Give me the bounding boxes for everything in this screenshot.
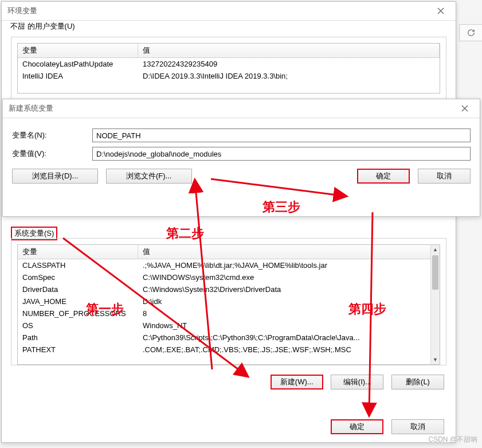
table-row[interactable]: NUMBER_OF_PROCESSORS8 [18, 307, 430, 320]
env-dialog-buttons: 确定 取消 [325, 419, 444, 434]
sys-vars-buttons: 新建(W)... 编辑(I)... 删除(L) [265, 375, 444, 389]
sys-vars-table[interactable]: 变量 值 CLASSPATH.;%JAVA_HOME%\lib\dt.jar;%… [17, 244, 440, 365]
new-sysvar-titlebar: 新建系统变量 [3, 99, 480, 118]
refresh-button-background[interactable] [459, 24, 482, 41]
table-row[interactable]: PathC:\Python39\Scripts\;C:\Python39\;C:… [18, 332, 430, 344]
sys-vars-rows: CLASSPATH.;%JAVA_HOME%\lib\dt.jar;%JAVA_… [18, 259, 440, 356]
scrollbar[interactable]: ▲ ▼ [430, 245, 440, 364]
new-sysvar-dialog: 新建系统变量 变量名(N): 变量值(V): 浏览目录(D)... 浏览文件(F… [2, 99, 480, 217]
var-name-row: 变量名(N): [12, 128, 471, 142]
user-vars-rows: ChocolateyLastPathUpdate 132720224329235… [18, 58, 440, 82]
new-button[interactable]: 新建(W)... [271, 375, 323, 389]
table-row[interactable]: PATHEXT.COM;.EXE;.BAT;.CMD;.VBS;.VBE;.JS… [18, 344, 430, 356]
env-vars-dialog: 环境变量 不甜 的用户变量(U) 变量 值 ChocolateyLastPath… [1, 1, 456, 443]
table-row[interactable]: CLASSPATH.;%JAVA_HOME%\lib\dt.jar;%JAVA_… [18, 259, 430, 271]
browse-file-button[interactable]: 浏览文件(F)... [106, 169, 192, 184]
user-vars-table[interactable]: 变量 值 ChocolateyLastPathUpdate 1327202243… [17, 43, 440, 94]
close-button[interactable] [432, 5, 450, 17]
close-button[interactable] [456, 103, 474, 114]
cancel-button[interactable]: 取消 [418, 169, 471, 184]
var-name-label: 变量名(N): [12, 130, 92, 141]
new-dialog-buttons: 浏览目录(D)... 浏览文件(F)... 确定 取消 [12, 169, 471, 184]
var-name-input[interactable] [92, 128, 471, 142]
table-row[interactable]: JAVA_HOMED:\jdk [18, 295, 430, 307]
scroll-down-icon[interactable]: ▼ [431, 355, 440, 364]
cancel-button[interactable]: 取消 [391, 419, 444, 434]
user-vars-group: 不甜 的用户变量(U) 变量 值 ChocolateyLastPathUpdat… [11, 37, 446, 103]
header-variable: 变量 [18, 245, 138, 259]
edit-button[interactable]: 编辑(I)... [331, 375, 383, 389]
table-row[interactable]: DriverDataC:\Windows\System32\Drivers\Dr… [18, 283, 430, 295]
table-header: 变量 值 [18, 44, 440, 58]
header-value: 值 [138, 245, 440, 259]
var-value-row: 变量值(V): [12, 147, 471, 161]
browse-dir-button[interactable]: 浏览目录(D)... [12, 169, 98, 184]
var-value-label: 变量值(V): [12, 149, 92, 159]
dialog-title: 环境变量 [7, 6, 37, 16]
table-row[interactable]: ComSpecC:\WINDOWS\system32\cmd.exe [18, 271, 430, 283]
table-row[interactable]: IntelliJ IDEA D:\IDEA 2019.3.3\IntelliJ … [18, 70, 440, 82]
table-row[interactable]: ChocolateyLastPathUpdate 132720224329235… [18, 58, 440, 70]
table-header: 变量 值 [18, 245, 440, 259]
scroll-up-icon[interactable]: ▲ [431, 245, 440, 254]
env-vars-titlebar: 环境变量 [2, 2, 456, 21]
table-row[interactable]: OSWindows_NT [18, 320, 430, 332]
ok-button[interactable]: 确定 [331, 419, 383, 434]
dialog-title: 新建系统变量 [9, 103, 53, 114]
var-value-input[interactable] [92, 147, 471, 161]
scroll-thumb[interactable] [432, 255, 438, 290]
header-value: 值 [138, 44, 440, 57]
sys-vars-box: 变量 值 CLASSPATH.;%JAVA_HOME%\lib\dt.jar;%… [11, 238, 446, 365]
user-vars-group-title: 不甜 的用户变量(U) [8, 21, 77, 32]
watermark: CSDN @不甜呐 [428, 435, 477, 445]
delete-button[interactable]: 删除(L) [391, 375, 444, 389]
header-variable: 变量 [18, 44, 138, 57]
ok-button[interactable]: 确定 [357, 169, 410, 184]
